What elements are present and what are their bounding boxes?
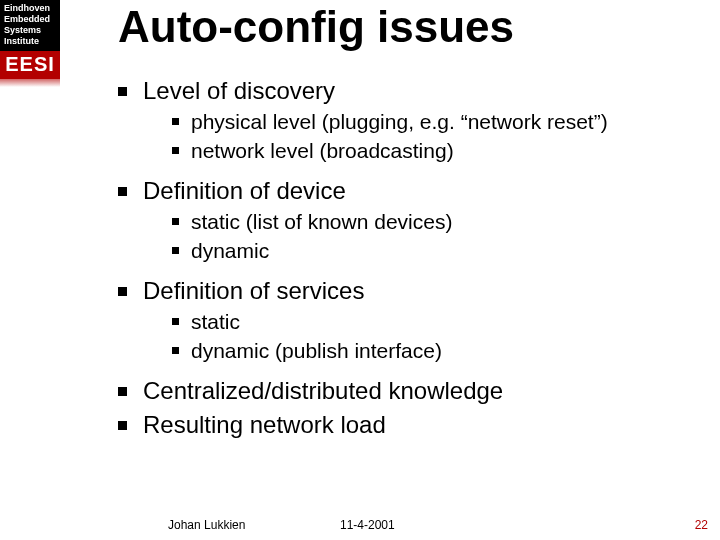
institute-logo: Eindhoven Embedded Systems Institute EES… xyxy=(0,0,60,79)
square-bullet-icon xyxy=(172,247,179,254)
bullet-level2: physical level (plugging, e.g. “network … xyxy=(172,108,700,135)
bullet-text: static xyxy=(191,308,240,335)
bullet-level1: Definition of device xyxy=(118,176,700,206)
footer-date: 11-4-2001 xyxy=(340,518,395,532)
square-bullet-icon xyxy=(172,118,179,125)
bullet-level1: Definition of services xyxy=(118,276,700,306)
bullet-level2: dynamic (publish interface) xyxy=(172,337,700,364)
bullet-level1: Level of discovery xyxy=(118,76,700,106)
square-bullet-icon xyxy=(118,421,127,430)
bullet-text: Definition of services xyxy=(143,276,364,306)
bullet-text: Definition of device xyxy=(143,176,346,206)
logo-acronym-text: EESI xyxy=(5,53,55,75)
bullet-level2: static (list of known devices) xyxy=(172,208,700,235)
footer-page-number: 22 xyxy=(695,518,708,532)
square-bullet-icon xyxy=(172,147,179,154)
bullet-level2: dynamic xyxy=(172,237,700,264)
bullet-level2: static xyxy=(172,308,700,335)
logo-acronym: EESI xyxy=(0,51,60,79)
square-bullet-icon xyxy=(172,318,179,325)
square-bullet-icon xyxy=(118,87,127,96)
bullet-text: Centralized/distributed knowledge xyxy=(143,376,503,406)
bullet-text: dynamic xyxy=(191,237,269,264)
slide: Eindhoven Embedded Systems Institute EES… xyxy=(0,0,720,540)
square-bullet-icon xyxy=(118,187,127,196)
slide-body: Level of discovery physical level (plugg… xyxy=(118,72,700,442)
bullet-text: physical level (plugging, e.g. “network … xyxy=(191,108,608,135)
square-bullet-icon xyxy=(118,387,127,396)
bullet-text: Level of discovery xyxy=(143,76,335,106)
square-bullet-icon xyxy=(172,218,179,225)
square-bullet-icon xyxy=(172,347,179,354)
logo-text-block: Eindhoven Embedded Systems Institute xyxy=(0,0,60,51)
logo-fade xyxy=(0,79,60,87)
square-bullet-icon xyxy=(118,287,127,296)
logo-line: Institute xyxy=(4,36,56,47)
bullet-text: dynamic (publish interface) xyxy=(191,337,442,364)
logo-line: Systems xyxy=(4,25,56,36)
footer-author: Johan Lukkien xyxy=(168,518,245,532)
bullet-text: network level (broadcasting) xyxy=(191,137,454,164)
bullet-level1: Resulting network load xyxy=(118,410,700,440)
bullet-text: Resulting network load xyxy=(143,410,386,440)
bullet-level2: network level (broadcasting) xyxy=(172,137,700,164)
slide-title: Auto-config issues xyxy=(118,2,514,52)
bullet-level1: Centralized/distributed knowledge xyxy=(118,376,700,406)
logo-line: Eindhoven xyxy=(4,3,56,14)
bullet-text: static (list of known devices) xyxy=(191,208,452,235)
logo-line: Embedded xyxy=(4,14,56,25)
